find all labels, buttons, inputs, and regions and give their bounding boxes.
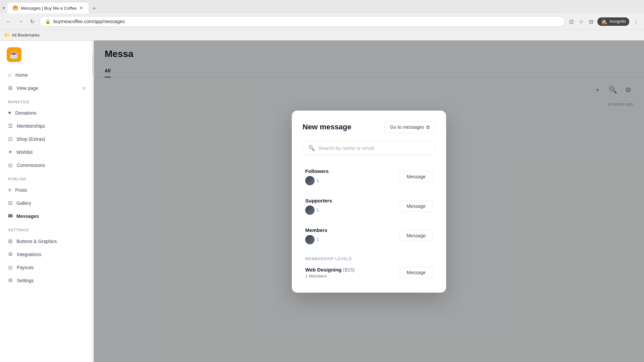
tab-favicon: ☕: [13, 5, 18, 11]
membership-name: Web Designing: [305, 267, 341, 273]
external-link-icon: ⧉: [83, 86, 86, 90]
sidebar-scrollbar-thumb: [92, 54, 94, 74]
sidebar-item-view-page-label: View page: [16, 85, 78, 91]
publish-section-label: PUBLISH: [0, 172, 94, 184]
search-box: 🔍: [303, 141, 435, 155]
supporters-avatar-row: 1: [305, 205, 332, 215]
buttons-graphics-icon: ⊞: [8, 238, 12, 244]
members-avatar-row: 1: [305, 235, 327, 244]
followers-group: Followers 1 Message: [303, 164, 435, 191]
tab-title: Messages | Buy Me a Coffee: [21, 6, 76, 11]
sidebar-item-memberships[interactable]: ☰ Memberships: [0, 119, 94, 132]
membership-name-row: Web Designing ($15): [305, 267, 355, 273]
sidebar-logo[interactable]: ☕: [0, 47, 94, 69]
followers-message-button[interactable]: Message: [399, 171, 433, 182]
sidebar-item-gallery-label: Gallery: [16, 200, 86, 206]
more-button[interactable]: ⋮: [632, 17, 640, 26]
active-tab[interactable]: ☕ Messages | Buy Me a Coffee ✕: [7, 3, 89, 13]
membership-levels-label: MEMBERSHIP LEVELS: [303, 253, 435, 263]
followers-row: Followers 1 Message: [303, 164, 435, 189]
supporters-label: Supporters: [305, 198, 332, 203]
new-tab-button[interactable]: ＋: [89, 4, 100, 12]
bookmark-button[interactable]: ☆: [578, 17, 585, 26]
members-avatar: [305, 235, 315, 244]
sidebar-item-commissions-label: Commissions: [17, 163, 86, 168]
followers-info: Followers 1: [305, 168, 329, 185]
sidebar-item-view-page[interactable]: ⊞ View page ⧉: [0, 81, 94, 95]
reload-button[interactable]: ↻: [28, 17, 37, 26]
followers-count: 1: [317, 178, 319, 183]
cast-button[interactable]: ⊡: [568, 17, 575, 26]
tab-bar: ▾ ☕ Messages | Buy Me a Coffee ✕ ＋: [0, 0, 644, 13]
logo-icon: ☕: [7, 47, 21, 62]
sidebar-item-messages-label: Messages: [16, 214, 86, 219]
sidebar-item-buttons-graphics[interactable]: ⊞ Buttons & Graphics: [0, 235, 94, 248]
sidebar-item-posts[interactable]: ≡ Posts: [0, 184, 94, 196]
sidebar-item-shop[interactable]: ⊡ Shop (Extras): [0, 132, 94, 145]
bookmarks-bar: 📁 All Bookmarks: [0, 29, 644, 40]
members-group: Members 1 Message: [303, 223, 435, 250]
goto-messages-button[interactable]: Go to messages ⧉: [384, 121, 435, 133]
search-icon: 🔍: [308, 145, 315, 151]
sidebar-nav: ⌂ Home ⊞ View page ⧉ MONETIZE ♥ Donation…: [0, 69, 94, 287]
tab-close-button[interactable]: ✕: [79, 5, 83, 11]
search-input[interactable]: [318, 145, 430, 151]
donations-icon: ♥: [8, 110, 11, 116]
incognito-icon: 🕵: [601, 18, 607, 25]
supporters-avatar: [305, 205, 315, 215]
url-bar[interactable]: 🔒 buymeacoffee.com/app/messages: [39, 16, 565, 27]
sidebar-item-integrations[interactable]: ⚙ Integrations: [0, 248, 94, 261]
followers-avatar: [305, 176, 315, 185]
shop-icon: ⊡: [8, 136, 12, 142]
browser-toolbar-right: ⊡ ☆ ⊟ 🕵 Incognito ⋮: [568, 17, 640, 26]
memberships-icon: ☰: [8, 123, 13, 129]
sidebar-item-settings-label: Settings: [17, 278, 86, 283]
divider-3: [303, 250, 435, 250]
view-page-icon: ⊞: [8, 85, 12, 91]
sidebar-item-home[interactable]: ⌂ Home: [0, 69, 94, 81]
integrations-icon: ⚙: [8, 251, 13, 257]
supporters-group: Supporters 1 Message: [303, 194, 435, 221]
membership-message-button[interactable]: Message: [399, 267, 433, 278]
sidebar-item-commissions[interactable]: ◎ Commissions: [0, 159, 94, 172]
supporters-message-button[interactable]: Message: [399, 200, 433, 212]
goto-messages-external-icon: ⧉: [426, 124, 430, 130]
home-icon: ⌂: [8, 72, 11, 78]
sidebar-item-payouts[interactable]: ◎ Payouts: [0, 261, 94, 274]
sidebar-item-wishlist[interactable]: ✦ Wishlist: [0, 145, 94, 159]
sidebar-scrollbar-track: [92, 41, 94, 362]
wishlist-icon: ✦: [8, 149, 12, 155]
modal-overlay[interactable]: New message Go to messages ⧉ 🔍 Followe: [94, 41, 644, 362]
sidebar-item-settings[interactable]: ⚙ Settings: [0, 274, 94, 287]
forward-button[interactable]: →: [16, 17, 25, 26]
sidebar-item-integrations-label: Integrations: [17, 252, 86, 257]
url-text: buymeacoffee.com/app/messages: [53, 19, 559, 24]
sidebar-item-gallery[interactable]: ⊟ Gallery: [0, 196, 94, 209]
sidebar-item-buttons-graphics-label: Buttons & Graphics: [16, 239, 86, 244]
main-content: Messa All ＋ 🔍 ⚙ a minute ago New message…: [94, 41, 644, 362]
profile-button[interactable]: ⊟: [588, 17, 595, 26]
sidebar-item-home-label: Home: [15, 72, 86, 78]
monetize-section-label: MONETIZE: [0, 95, 94, 107]
sidebar-item-wishlist-label: Wishlist: [16, 149, 86, 155]
members-message-button[interactable]: Message: [399, 230, 433, 241]
lock-icon: 🔒: [45, 19, 51, 24]
back-button[interactable]: ←: [4, 17, 13, 26]
app-layout: ☕ ⌂ Home ⊞ View page ⧉ MONETIZE ♥ Donati…: [0, 41, 644, 362]
membership-info: Web Designing ($15) 1 Members: [305, 267, 355, 279]
sidebar-item-donations[interactable]: ♥ Donations: [0, 107, 94, 119]
supporters-info: Supporters 1: [305, 198, 332, 215]
payouts-icon: ◎: [8, 264, 13, 270]
goto-messages-label: Go to messages: [390, 124, 424, 130]
tab-list-chevron: ▾: [3, 6, 5, 10]
bookmarks-label: All Bookmarks: [12, 33, 40, 38]
supporters-row: Supporters 1 Message: [303, 194, 435, 219]
membership-count: 1 Members: [305, 274, 355, 279]
divider-1: [303, 191, 435, 191]
incognito-label: Incognito: [609, 19, 626, 24]
settings-icon: ⚙: [8, 277, 13, 284]
members-count: 1: [317, 237, 319, 242]
members-info: Members 1: [305, 227, 327, 244]
sidebar-item-messages[interactable]: ✉ Messages: [0, 209, 94, 223]
sidebar-item-donations-label: Donations: [15, 110, 86, 116]
